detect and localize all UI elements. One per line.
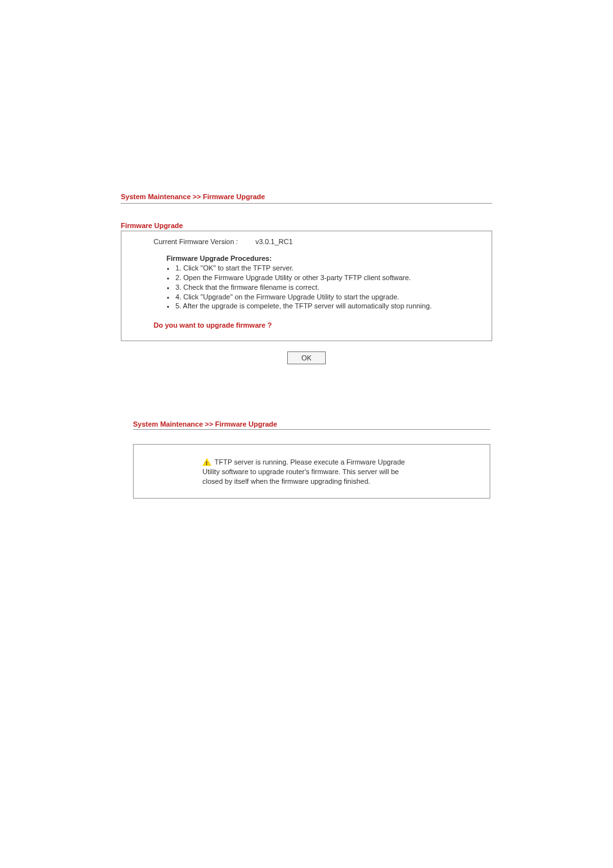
notice-wrap: ! TFTP server is running. Please execute…: [202, 457, 421, 486]
panel-tftp-running: ! TFTP server is running. Please execute…: [133, 444, 490, 499]
firmware-upgrade-section-2: System Maintenance >> Firmware Upgrade !…: [133, 420, 490, 499]
procedure-step: 4. Click "Upgrade" on the Firmware Upgra…: [175, 292, 483, 302]
tftp-running-notice: ! TFTP server is running. Please execute…: [202, 457, 421, 486]
divider: [133, 429, 490, 430]
procedure-step: 3. Check that the firmware filename is c…: [175, 283, 483, 292]
divider: [121, 203, 492, 204]
warning-icon: !: [202, 457, 211, 466]
procedure-step: 2. Open the Firmware Upgrade Utility or …: [175, 273, 483, 283]
section-title: Firmware Upgrade: [121, 222, 492, 229]
procedures-block: Firmware Upgrade Procedures: 1. Click "O…: [166, 254, 483, 311]
notice-text: TFTP server is running. Please execute a…: [202, 458, 405, 485]
procedure-step: 1. Click "OK" to start the TFTP server.: [175, 263, 483, 273]
breadcrumb: System Maintenance >> Firmware Upgrade: [133, 420, 490, 428]
breadcrumb: System Maintenance >> Firmware Upgrade: [121, 193, 492, 200]
panel-firmware-upgrade: Current Firmware Version : v3.0.1_RC1 Fi…: [121, 231, 492, 341]
firmware-upgrade-section-1: System Maintenance >> Firmware Upgrade F…: [121, 193, 492, 364]
firmware-version-row: Current Firmware Version : v3.0.1_RC1: [154, 238, 483, 245]
firmware-version-value: v3.0.1_RC1: [256, 238, 293, 245]
confirm-prompt: Do you want to upgrade firmware ?: [154, 321, 483, 329]
button-row: OK: [121, 351, 492, 364]
ok-button[interactable]: OK: [287, 351, 326, 364]
firmware-version-label: Current Firmware Version :: [154, 238, 238, 245]
procedure-step: 5. After the upgrade is compelete, the T…: [175, 301, 483, 311]
procedures-title: Firmware Upgrade Procedures:: [166, 254, 483, 262]
procedures-list: 1. Click "OK" to start the TFTP server. …: [175, 263, 483, 311]
